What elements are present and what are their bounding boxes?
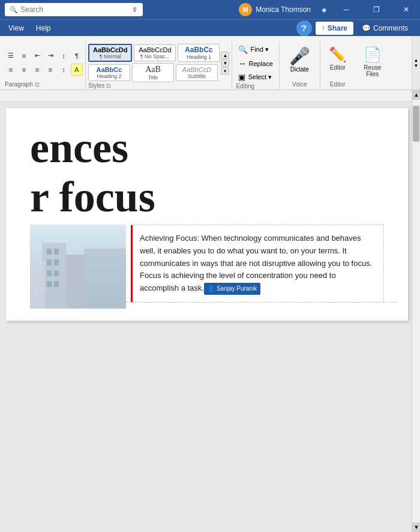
style-subtitle-preview: AaBbCcD bbox=[180, 66, 214, 73]
style-h2[interactable]: AaBbCc Heading 2 bbox=[88, 64, 130, 81]
bullets-button[interactable]: ☰ bbox=[5, 50, 17, 62]
style-h1-preview: AaBbCc bbox=[182, 46, 215, 54]
document-area: ences r focus Achieving Focus: When tech… bbox=[0, 90, 420, 532]
align-center-button[interactable]: ≡ bbox=[18, 64, 30, 76]
dictate-icon: 🎤 bbox=[289, 46, 310, 66]
svg-rect-9 bbox=[54, 281, 59, 287]
find-label: Find ▾ bbox=[250, 46, 268, 53]
title-bar-right: M Monica Thomson ◈ ─ ❐ ✕ bbox=[239, 0, 420, 19]
style-h1-label: Heading 1 bbox=[182, 54, 215, 60]
menu-bar: View Help ? ↑ Share 💬 Comments bbox=[0, 19, 420, 36]
comments-button[interactable]: 💬 Comments bbox=[357, 23, 413, 34]
doc-heading-line2: r focus bbox=[30, 175, 384, 219]
style-title[interactable]: AaB Title bbox=[132, 63, 174, 82]
numbering-button[interactable]: ≡ bbox=[18, 50, 30, 62]
svg-rect-10 bbox=[66, 255, 84, 309]
voice-group-label: Voice bbox=[292, 81, 307, 89]
scroll-arrow-up[interactable]: ▲ bbox=[412, 90, 420, 100]
align-left-button[interactable]: ≡ bbox=[5, 64, 17, 76]
svg-rect-2 bbox=[47, 249, 52, 255]
building-svg bbox=[30, 225, 126, 309]
reuse-files-button[interactable]: 📄 Reuse Files bbox=[359, 44, 386, 80]
select-icon: ▣ bbox=[238, 73, 245, 82]
editor-button[interactable]: ✏️ Editor bbox=[324, 44, 352, 73]
doc-bottom-border bbox=[108, 302, 396, 303]
styles-scroll-down[interactable]: ▼ bbox=[221, 59, 229, 67]
share-button[interactable]: ↑ Share bbox=[316, 22, 353, 35]
svg-rect-5 bbox=[54, 259, 59, 265]
scroll-track[interactable] bbox=[412, 100, 420, 522]
scroll-arrow-down[interactable]: ▼ bbox=[412, 522, 420, 532]
sort-button[interactable]: ↕ bbox=[58, 50, 70, 62]
scrollbar-vertical[interactable]: ▲ ▼ bbox=[412, 90, 420, 532]
select-button[interactable]: ▣ Select ▾ bbox=[236, 71, 275, 83]
styles-expand[interactable]: ▾ bbox=[221, 67, 229, 74]
ribbon-scroll: ▲ ▼ bbox=[412, 36, 420, 89]
ribbon-scroll-up[interactable]: ▲ bbox=[414, 58, 419, 63]
style-subtitle[interactable]: AaBbCcD Subtitle bbox=[176, 64, 218, 81]
style-nospace-preview: AaBbCcDd bbox=[138, 46, 172, 53]
close-button[interactable]: ✕ bbox=[392, 0, 420, 19]
styles-scroll-up[interactable]: ▲ bbox=[221, 52, 229, 59]
search-box[interactable]: 🔍 🎙 bbox=[5, 3, 143, 16]
share-icon: ↑ bbox=[322, 24, 325, 32]
comment-tag[interactable]: 👤 Sanjay Puranik bbox=[204, 283, 260, 295]
svg-rect-7 bbox=[54, 270, 59, 276]
share-label: Share bbox=[328, 24, 347, 32]
style-h1[interactable]: AaBbCc Heading 1 bbox=[178, 44, 220, 62]
comment-author-icon: 👤 bbox=[208, 284, 215, 294]
comments-label: Comments bbox=[373, 24, 408, 32]
styles-group-label: Styles ⊡ bbox=[88, 82, 229, 91]
menu-item-help[interactable]: Help bbox=[30, 22, 57, 35]
editor-group: ✏️ Editor Editor bbox=[320, 41, 355, 89]
reuse-files-icon: 📄 bbox=[364, 46, 382, 63]
paragraph-dialog-icon[interactable]: ⊡ bbox=[35, 82, 40, 88]
format-row-2: ≡ ≡ ≡ ≡ ↕ A bbox=[5, 64, 83, 76]
style-normal-label: ¶ Normal bbox=[93, 53, 127, 59]
outdent-button[interactable]: ⇤ bbox=[31, 50, 43, 62]
justify-button[interactable]: ≡ bbox=[44, 64, 56, 76]
diamond-icon[interactable]: ◈ bbox=[318, 4, 330, 16]
voice-group: 🎤 Dictate Voice bbox=[280, 41, 320, 89]
doc-heading-line1: ences bbox=[30, 126, 384, 169]
find-button[interactable]: 🔍 Find ▾ bbox=[236, 44, 275, 55]
marks-button[interactable]: ¶ bbox=[71, 50, 83, 62]
dictate-button[interactable]: 🎤 Dictate bbox=[284, 44, 315, 75]
align-right-button[interactable]: ≡ bbox=[31, 64, 43, 76]
minimize-button[interactable]: ─ bbox=[332, 0, 360, 19]
style-nospace[interactable]: AaBbCcDd ¶ No Spac... bbox=[134, 44, 176, 61]
avatar: M bbox=[239, 3, 252, 16]
doc-content-section[interactable]: Achieving Focus: When technology communi… bbox=[132, 225, 384, 303]
indent-button[interactable]: ⇥ bbox=[44, 50, 56, 62]
style-nospace-label: ¶ No Spac... bbox=[138, 53, 172, 59]
shading-button[interactable]: A bbox=[71, 64, 83, 76]
user-name: Monica Thomson bbox=[256, 5, 311, 14]
find-icon: 🔍 bbox=[238, 45, 248, 54]
help-circle-button[interactable]: ? bbox=[296, 20, 312, 36]
comment-icon: 💬 bbox=[362, 24, 371, 32]
replace-button[interactable]: ↔ Replace bbox=[236, 58, 275, 69]
mic-icon[interactable]: 🎙 bbox=[131, 6, 138, 13]
menu-item-view[interactable]: View bbox=[2, 22, 30, 35]
doc-page[interactable]: ences r focus Achieving Focus: When tech… bbox=[6, 108, 408, 321]
line-spacing-button[interactable]: ↕ bbox=[58, 64, 70, 76]
scroll-thumb[interactable] bbox=[413, 106, 419, 142]
editing-buttons: 🔍 Find ▾ ↔ Replace ▣ Select ▾ bbox=[236, 44, 275, 83]
user-section: M Monica Thomson bbox=[239, 3, 311, 16]
reuse-files-group: 📄 Reuse Files bbox=[355, 41, 390, 89]
doc-image bbox=[30, 225, 126, 309]
comment-author: Sanjay Puranik bbox=[217, 284, 257, 294]
svg-rect-3 bbox=[54, 249, 59, 255]
title-bar: 🔍 🎙 M Monica Thomson ◈ ─ ❐ ✕ bbox=[0, 0, 420, 19]
select-label: Select ▾ bbox=[248, 73, 272, 81]
restore-button[interactable]: ❐ bbox=[362, 0, 390, 19]
style-normal[interactable]: AaBbCcDd ¶ Normal bbox=[88, 44, 132, 62]
ribbon-scroll-down[interactable]: ▼ bbox=[414, 63, 419, 68]
svg-rect-4 bbox=[47, 259, 52, 265]
style-h2-preview: AaBbCc bbox=[92, 66, 126, 73]
paragraph-group-label: Paragraph ⊡ bbox=[5, 81, 83, 89]
styles-dialog-icon[interactable]: ⊡ bbox=[106, 83, 111, 89]
search-input[interactable] bbox=[20, 5, 129, 14]
styles-group: AaBbCcDd ¶ Normal AaBbCcDd ¶ No Spac... … bbox=[86, 41, 232, 89]
search-icon: 🔍 bbox=[10, 6, 18, 14]
